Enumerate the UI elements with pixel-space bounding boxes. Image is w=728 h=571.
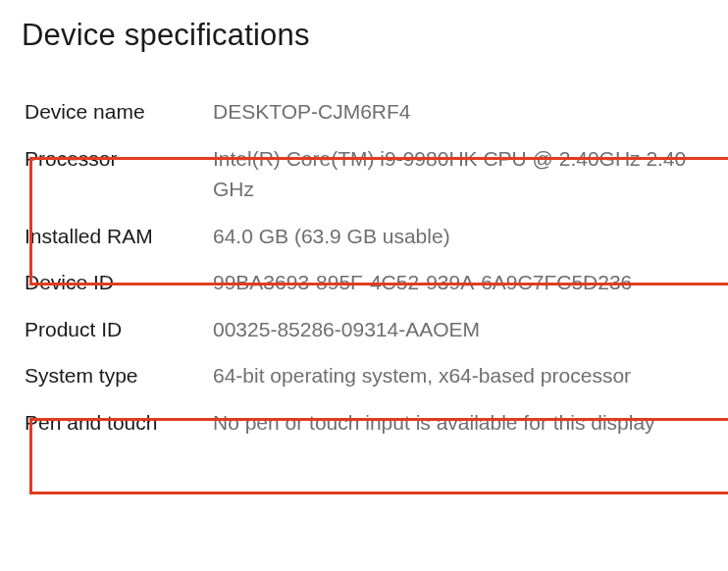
spec-label-device-id: Device ID: [22, 259, 213, 306]
spec-value-processor: Intel(R) Core(TM) i9-9980HK CPU @ 2.40GH…: [213, 135, 706, 213]
spec-value-product-id: 00325-85286-09314-AAOEM: [213, 306, 706, 353]
spec-value-device-id: 99BA3693-895F-4C52-939A-6A9C7FC5D236: [213, 259, 706, 306]
spec-label-pen-touch: Pen and touch: [22, 399, 213, 446]
spec-value-device-name: DESKTOP-CJM6RF4: [213, 88, 706, 135]
spec-row-installed-ram: Installed RAM 64.0 GB (63.9 GB usable): [22, 213, 706, 260]
device-specs-table: Device name DESKTOP-CJM6RF4 Processor In…: [22, 88, 706, 445]
spec-row-device-name: Device name DESKTOP-CJM6RF4: [22, 88, 706, 135]
spec-value-installed-ram: 64.0 GB (63.9 GB usable): [213, 213, 706, 260]
spec-value-pen-touch: No pen or touch input is available for t…: [213, 399, 706, 446]
page-title: Device specifications: [22, 18, 706, 53]
spec-row-product-id: Product ID 00325-85286-09314-AAOEM: [22, 306, 706, 353]
spec-label-installed-ram: Installed RAM: [22, 213, 213, 260]
spec-label-product-id: Product ID: [22, 306, 213, 353]
spec-label-processor: Processor: [22, 135, 213, 213]
spec-row-system-type: System type 64-bit operating system, x64…: [22, 352, 706, 399]
spec-row-processor: Processor Intel(R) Core(TM) i9-9980HK CP…: [22, 135, 706, 213]
spec-row-pen-touch: Pen and touch No pen or touch input is a…: [22, 399, 706, 446]
spec-label-device-name: Device name: [22, 88, 213, 135]
spec-label-system-type: System type: [22, 352, 213, 399]
spec-value-system-type: 64-bit operating system, x64-based proce…: [213, 352, 706, 399]
spec-row-device-id: Device ID 99BA3693-895F-4C52-939A-6A9C7F…: [22, 259, 706, 306]
